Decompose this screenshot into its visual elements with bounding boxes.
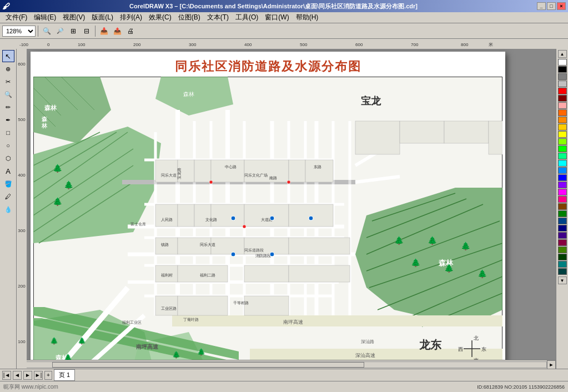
svg-point-146 <box>287 180 290 184</box>
menu-view[interactable]: 视图(V) <box>59 12 88 23</box>
color-lightred[interactable] <box>558 102 567 109</box>
color-lightblue[interactable] <box>558 167 567 174</box>
color-silver[interactable] <box>558 81 567 87</box>
color-navy[interactable] <box>558 225 567 232</box>
page-tab-1[interactable]: 页 1 <box>54 369 75 381</box>
last-page-button[interactable]: ►| <box>34 371 43 380</box>
menu-tools[interactable]: 工具(O) <box>232 12 262 23</box>
svg-point-142 <box>231 252 235 257</box>
svg-text:千等村路: 千等村路 <box>233 301 249 305</box>
color-teal[interactable] <box>558 261 567 268</box>
svg-text:🌲: 🌲 <box>444 264 454 273</box>
prev-page-button[interactable]: ◄ <box>13 371 22 380</box>
color-darkgreen[interactable] <box>558 254 567 260</box>
svg-rect-85 <box>211 160 244 182</box>
canvas-area[interactable]: 600 500 400 300 200 100 同乐社区消防道路及水源分布图 <box>17 49 556 369</box>
color-darkteal[interactable] <box>558 268 567 275</box>
menu-effects[interactable]: 效果(C) <box>145 12 175 23</box>
color-gold[interactable] <box>558 124 567 130</box>
svg-text:200: 200 <box>18 284 26 289</box>
next-page-button[interactable]: ► <box>23 371 32 380</box>
color-purple[interactable] <box>558 182 567 188</box>
svg-rect-109 <box>444 121 489 143</box>
color-olive-green[interactable] <box>558 247 567 253</box>
export-button[interactable]: 📤 <box>111 25 123 37</box>
color-green[interactable] <box>558 210 567 217</box>
eyedropper-tool[interactable]: 💧 <box>2 203 14 215</box>
zoom-in-button[interactable]: 🔍 <box>41 25 53 37</box>
bezier-tool[interactable]: ✒ <box>2 114 14 126</box>
color-brown[interactable] <box>558 203 567 210</box>
zoom-page-button[interactable]: ⊟ <box>81 25 93 37</box>
color-blue[interactable] <box>558 174 567 181</box>
svg-point-145 <box>243 225 246 228</box>
palette-scroll-down[interactable]: ▼ <box>558 277 567 284</box>
menu-window[interactable]: 窗口(W) <box>262 12 292 23</box>
add-page-button[interactable]: + <box>44 371 52 380</box>
color-darkorange[interactable] <box>558 117 567 123</box>
ellipse-tool[interactable]: ○ <box>2 139 14 152</box>
minimize-button[interactable]: _ <box>537 2 546 10</box>
zoom-tool[interactable]: 🔍 <box>2 88 14 100</box>
svg-text:400: 400 <box>18 173 26 178</box>
select-tool[interactable]: ↖ <box>2 50 14 62</box>
zoom-select[interactable]: 128% 100% 75% 50% 150% 200% <box>2 26 36 37</box>
svg-text:南坪高速: 南坪高速 <box>283 319 303 325</box>
text-tool[interactable]: A <box>2 165 14 177</box>
print-button[interactable]: 🖨 <box>124 25 137 37</box>
menu-text[interactable]: 文本(T) <box>204 12 232 23</box>
fill-tool[interactable]: 🪣 <box>2 178 14 190</box>
close-button[interactable]: × <box>557 2 566 10</box>
menu-arrange[interactable]: 排列(A) <box>117 12 145 23</box>
color-orange[interactable] <box>558 109 567 116</box>
svg-text:福利村: 福利村 <box>161 273 173 277</box>
color-indigo[interactable] <box>558 232 567 239</box>
color-darkred[interactable] <box>558 95 567 102</box>
menu-help[interactable]: 帮助(H) <box>293 12 322 23</box>
color-magenta[interactable] <box>558 189 567 195</box>
scroll-right-button[interactable]: ► <box>547 360 556 369</box>
svg-point-139 <box>231 216 235 220</box>
status-info: ID:6812839 NO:20105 1153902226856 <box>477 384 565 390</box>
color-mint[interactable] <box>558 153 567 159</box>
svg-rect-107 <box>355 121 400 154</box>
menu-layout[interactable]: 版面(L) <box>88 12 117 23</box>
crop-tool[interactable]: ✂ <box>2 76 14 88</box>
color-yellow[interactable] <box>558 131 567 138</box>
vertical-ruler: 600 500 400 300 200 100 <box>17 49 27 369</box>
color-palette: ▲ ▼ <box>556 49 568 369</box>
color-white[interactable] <box>558 59 567 66</box>
menu-bitmap[interactable]: 位图(B) <box>175 12 204 23</box>
menu-edit[interactable]: 编辑(E) <box>31 12 59 23</box>
color-red[interactable] <box>558 88 567 94</box>
first-page-button[interactable]: |◄ <box>2 371 11 380</box>
freehand-tool[interactable]: ✏ <box>2 101 14 113</box>
scroll-thumb-h[interactable] <box>52 362 364 368</box>
color-black[interactable] <box>558 66 567 73</box>
color-burgundy[interactable] <box>558 239 567 246</box>
color-rose[interactable] <box>558 196 567 203</box>
svg-rect-92 <box>211 204 244 227</box>
zoom-out-button[interactable]: 🔎 <box>54 25 66 37</box>
maximize-button[interactable]: □ <box>547 2 556 10</box>
window-title: CorelDRAW X3 – [C:\Documents and Setting… <box>10 2 537 11</box>
palette-scroll-up[interactable]: ▲ <box>558 50 567 58</box>
svg-text:🌲: 🌲 <box>428 236 438 245</box>
color-yellow-green[interactable] <box>558 138 567 145</box>
outline-tool[interactable]: 🖊 <box>2 190 14 203</box>
zoom-fit-button[interactable]: ⊞ <box>67 25 79 37</box>
color-lime[interactable] <box>558 145 567 152</box>
color-gray[interactable] <box>558 73 567 80</box>
svg-rect-90 <box>178 204 194 227</box>
rect-tool[interactable]: □ <box>2 127 14 139</box>
color-teal-blue[interactable] <box>558 218 567 224</box>
app-icon: 🖌 <box>2 2 10 11</box>
color-cyan[interactable] <box>558 160 567 167</box>
polygon-tool[interactable]: ⬡ <box>2 152 14 164</box>
svg-text:🌲: 🌲 <box>172 350 180 359</box>
menu-file[interactable]: 文件(F) <box>2 12 31 23</box>
toolbar-separator <box>38 26 38 37</box>
shape-tool[interactable]: ⊕ <box>2 63 14 75</box>
scroll-track-h[interactable] <box>26 361 547 368</box>
import-button[interactable]: 📥 <box>98 25 110 37</box>
